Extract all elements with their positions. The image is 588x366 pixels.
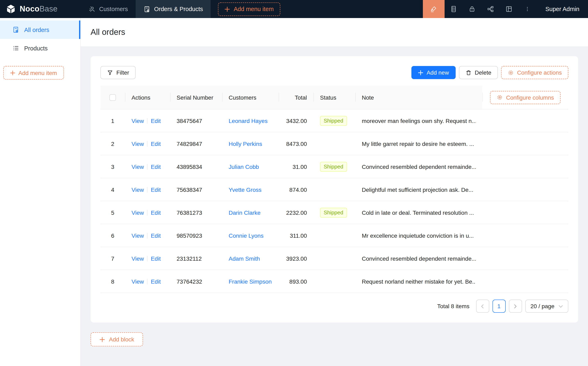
view-link[interactable]: View: [132, 163, 144, 170]
status-badge: Shipped: [320, 208, 347, 217]
filter-button[interactable]: Filter: [100, 66, 136, 79]
row-actions-cell: View Edit: [125, 186, 170, 193]
column-header-status: Status: [313, 86, 355, 109]
plus-icon: [10, 70, 15, 75]
ui-editor-highlighter-icon[interactable]: [423, 0, 445, 18]
status-cell: Shipped: [313, 162, 355, 172]
customer-link[interactable]: Connie Lyons: [229, 232, 264, 239]
configure-actions-button[interactable]: Configure actions: [501, 66, 568, 79]
customer-link[interactable]: Holly Perkins: [229, 140, 262, 147]
add-block-button[interactable]: Add block: [90, 332, 143, 346]
chevron-right-icon: [513, 304, 518, 308]
action-divider: [147, 141, 148, 146]
table-row: 1 View Edit 38475647 Leonard Hayes 3432.…: [100, 109, 568, 132]
delete-button[interactable]: Delete: [459, 66, 498, 79]
sidebar-item-label: All orders: [24, 26, 49, 33]
serial-number-cell: 23132112: [170, 255, 222, 262]
table-row: 3 View Edit 43895834 Julian Cobb 31.00 S…: [100, 155, 568, 178]
total-cell: 3923.00: [279, 255, 313, 262]
view-link[interactable]: View: [132, 186, 144, 193]
sidebar: All orders Products Add menu item: [0, 18, 81, 366]
edit-link[interactable]: Edit: [151, 163, 161, 170]
user-menu[interactable]: Super Admin: [537, 0, 588, 18]
list-icon: [12, 45, 19, 52]
pagination: Total 8 items 1 20 / page: [100, 293, 568, 313]
add-new-button[interactable]: Add new: [411, 66, 455, 79]
total-cell: 311.00: [279, 232, 313, 239]
configure-columns-button[interactable]: Configure columns: [490, 91, 560, 104]
table-toolbar: Filter Add new: [100, 66, 568, 79]
gear-icon: [508, 69, 514, 76]
edit-link[interactable]: Edit: [151, 232, 161, 239]
lock-icon[interactable]: [463, 0, 482, 18]
pagination-next-button[interactable]: [509, 300, 522, 313]
serial-number-cell: 75638347: [170, 186, 222, 193]
table-row: 4 View Edit 75638347 Yvette Gross 874.00…: [100, 178, 568, 201]
nav-item-orders-products[interactable]: Orders & Products: [136, 0, 211, 18]
customer-link[interactable]: Leonard Hayes: [229, 117, 268, 124]
user-name: Super Admin: [545, 6, 579, 12]
action-divider: [147, 233, 148, 238]
orders-table: Actions Serial Number Customers Total St…: [100, 86, 568, 293]
table-row: 2 View Edit 74829847 Holly Perkins 8473.…: [100, 132, 568, 155]
nav-item-customers[interactable]: Customers: [81, 0, 136, 18]
status-badge: Shipped: [320, 162, 347, 172]
sidebar-add-menu-item-button[interactable]: Add menu item: [3, 66, 64, 79]
select-all-checkbox[interactable]: [109, 94, 116, 101]
serial-number-cell: 43895834: [170, 163, 222, 170]
row-actions-cell: View Edit: [125, 209, 170, 216]
customer-link[interactable]: Frankie Simpson: [229, 278, 272, 285]
status-cell: Shipped: [313, 208, 355, 217]
app-root: NocoBase Customers: [0, 0, 588, 366]
customer-link[interactable]: Adam Smith: [229, 255, 260, 262]
edit-link[interactable]: Edit: [151, 278, 161, 285]
database-icon[interactable]: [445, 0, 463, 18]
layout-icon[interactable]: [500, 0, 518, 18]
edit-link[interactable]: Edit: [151, 209, 161, 216]
customer-link[interactable]: Julian Cobb: [229, 163, 259, 170]
customer-cell: Julian Cobb: [222, 163, 279, 170]
customer-link[interactable]: Darin Clarke: [229, 209, 261, 216]
sidebar-add-menu-item-label: Add menu item: [18, 69, 57, 76]
page-size-select[interactable]: 20 / page: [525, 300, 568, 313]
edit-link[interactable]: Edit: [151, 255, 161, 262]
view-link[interactable]: View: [132, 140, 144, 147]
view-link[interactable]: View: [132, 232, 144, 239]
nav-right-tools: Super Admin: [423, 0, 588, 18]
configure-columns-label: Configure columns: [506, 94, 554, 101]
header-select-all: [100, 86, 125, 109]
row-index-cell: 4: [100, 186, 125, 193]
more-vertical-icon[interactable]: [518, 0, 537, 18]
sidebar-item-label: Products: [24, 45, 47, 51]
sidebar-item-all-orders[interactable]: All orders: [0, 21, 80, 39]
brand-logo: NocoBase: [0, 0, 81, 18]
view-link[interactable]: View: [132, 278, 144, 285]
header-configure-columns-cell: Configure columns: [482, 86, 568, 109]
nav-item-label: Orders & Products: [154, 6, 203, 12]
configure-actions-label: Configure actions: [517, 69, 562, 76]
edit-link[interactable]: Edit: [151, 117, 161, 124]
serial-number-cell: 38475647: [170, 117, 222, 124]
page-title: All orders: [90, 27, 125, 37]
row-index-cell: 5: [100, 209, 125, 216]
row-index-cell: 1: [100, 117, 125, 124]
nav-add-menu-item-button[interactable]: Add menu item: [218, 2, 280, 16]
pagination-page-1[interactable]: 1: [492, 300, 505, 313]
column-header-note: Note: [355, 86, 482, 109]
view-link[interactable]: View: [132, 255, 144, 262]
column-header-total: Total: [279, 86, 313, 109]
users-icon: [89, 6, 96, 13]
top-navbar: NocoBase Customers: [0, 0, 588, 18]
apartment-plugins-icon[interactable]: [482, 0, 500, 18]
customer-link[interactable]: Yvette Gross: [229, 186, 261, 193]
edit-link[interactable]: Edit: [151, 140, 161, 147]
view-link[interactable]: View: [132, 117, 144, 124]
pagination-prev-button[interactable]: [476, 300, 489, 313]
total-cell: 31.00: [279, 163, 313, 170]
row-index-cell: 3: [100, 163, 125, 170]
table-row: 8 View Edit 73764232 Frankie Simpson 893…: [100, 270, 568, 293]
page-size-value: 20 / page: [530, 303, 554, 309]
sidebar-item-products[interactable]: Products: [0, 39, 80, 57]
edit-link[interactable]: Edit: [151, 186, 161, 193]
view-link[interactable]: View: [132, 209, 144, 216]
